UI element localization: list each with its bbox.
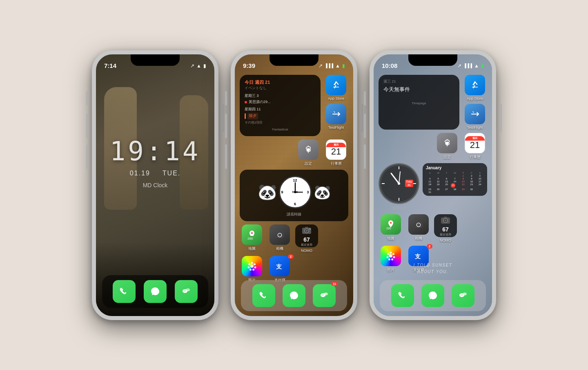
svg-point-42	[398, 182, 400, 185]
svg-point-59	[387, 256, 389, 258]
alipay-icon-label-2[interactable]: 支 2 支付寶	[267, 256, 292, 283]
power-button-2[interactable]	[361, 103, 363, 132]
nomo-widget-2[interactable]: 67 最近使用 NOMO	[295, 224, 318, 253]
svg-point-18	[306, 230, 308, 232]
analog-clock-widget[interactable]: THU21 謎底時鐘	[379, 163, 419, 211]
power-button-1[interactable]	[222, 103, 224, 132]
testflight-icon-2[interactable]	[326, 104, 346, 124]
clock-hands-2	[280, 177, 310, 207]
dock-phone-3[interactable]	[391, 284, 414, 307]
signal-icon-2: ▐▐▐	[325, 63, 333, 68]
maps-icon-3[interactable]: 280	[381, 214, 401, 235]
maps-icon-label-3[interactable]: 280 地圖	[379, 214, 403, 242]
photos-icon-label-2[interactable]: 照片	[240, 256, 264, 283]
dock-phone-2[interactable]	[252, 284, 275, 307]
testflight-icon-3[interactable]	[465, 104, 485, 124]
appstore-icon-label-2[interactable]: App Store	[324, 75, 348, 101]
camera-icon-label-3[interactable]: 相機	[406, 214, 431, 242]
dock-wechat-1[interactable]	[175, 280, 198, 303]
fantastical-widget[interactable]: 今日 週四 21 イベントなし 星期三 3 黃思源の29... 星期四 11	[240, 75, 321, 136]
svg-point-3	[186, 288, 190, 291]
timepage-event: 今天無事件	[383, 86, 454, 93]
svg-point-56	[393, 256, 395, 258]
volume-down-1[interactable]	[86, 144, 88, 169]
nomo-widget-3[interactable]: 67 最近使用 NOMO	[434, 214, 457, 242]
dock-messages-3[interactable]	[421, 284, 444, 307]
settings-icon-label-3[interactable]: 設定	[435, 133, 459, 160]
volume-up-2[interactable]	[225, 114, 227, 138]
calendar-icon-label-3[interactable]: 週四 21 行事曆	[463, 133, 487, 160]
clock-face-2: 12 3 6 9 Midi	[279, 176, 312, 209]
settings-icon-2[interactable]	[298, 139, 318, 160]
dock-messages-2[interactable]	[283, 284, 305, 307]
settings-icon-label-2[interactable]: 設定	[296, 139, 321, 166]
settings-icon-3[interactable]	[437, 133, 457, 153]
appstore-icon-3[interactable]	[465, 75, 485, 95]
svg-point-32	[323, 294, 324, 295]
mysterio-label-2: 謎底時鐘	[245, 212, 343, 217]
calendar-icon-2[interactable]: 週四 21	[326, 139, 346, 160]
location-icon-2: ↗	[318, 63, 323, 69]
calendar-icon-label-2[interactable]: 週四 21 行事曆	[324, 139, 348, 166]
power-button-3[interactable]	[500, 103, 502, 132]
dock-messages-1[interactable]	[144, 280, 167, 303]
appstore-icon-2[interactable]	[326, 75, 346, 95]
mute-button-3[interactable]	[364, 91, 366, 105]
timepage-widget[interactable]: 週三 21 今天無事件 Timepage	[379, 75, 459, 130]
phone-2: 9:39 ↗ ▐▐▐ ▲ ▮ 今日 週四 21 イベントなし 星期三 3	[231, 50, 357, 320]
calendar-day-2: 21	[331, 147, 341, 156]
camera-icon-3[interactable]	[408, 214, 429, 235]
wechat-badge-2: 11	[331, 282, 338, 286]
svg-point-23	[254, 263, 256, 265]
bottom-quote-3: I TOLD SUNSET ABOUT YOU.	[374, 262, 492, 275]
calendar-icon-3[interactable]: 週四 21	[465, 133, 485, 153]
month-calendar-widget[interactable]: January SMTWTFS 123 45678910 11121314151…	[423, 163, 487, 196]
maps-icon-2[interactable]: 280	[242, 224, 262, 245]
svg-text:支: 支	[414, 253, 421, 260]
testflight-icon-label-3[interactable]: TestFlight	[463, 104, 487, 130]
home-content-2: 今日 週四 21 イベントなし 星期三 3 黃思源の29... 星期四 11	[235, 54, 353, 316]
volume-up-1[interactable]	[86, 114, 88, 138]
status-icons-3: ↗ ▐▐▐ ▲ ▮	[457, 63, 484, 69]
dock-wechat-3[interactable]	[452, 284, 474, 307]
volume-down-3[interactable]	[364, 144, 366, 169]
lock-date-day: TUE.	[163, 170, 180, 177]
nomo-widget-inner-2[interactable]: 67 最近使用	[295, 224, 318, 247]
mute-button-1[interactable]	[86, 91, 88, 105]
mute-button-2[interactable]	[225, 91, 227, 105]
home-row-1-phone3: 週三 21 今天無事件 Timepage App Store	[379, 75, 487, 130]
fantastical-event-label: イベントなし	[245, 85, 316, 91]
svg-point-43	[390, 222, 392, 224]
svg-point-64	[462, 294, 463, 295]
maps-icon-label-2[interactable]: 280 地圖	[240, 224, 264, 253]
nomo-widget-inner-3[interactable]: 67 最近使用	[434, 214, 457, 237]
svg-point-31	[322, 294, 323, 295]
maps-label-3: 地圖	[387, 236, 394, 241]
nomo-label-2: NOMO	[301, 249, 312, 253]
volume-down-2[interactable]	[225, 144, 227, 169]
phone-2-frame: 9:39 ↗ ▐▐▐ ▲ ▮ 今日 週四 21 イベントなし 星期三 3	[231, 50, 357, 320]
testflight-icon-label-2[interactable]: TestFlight	[324, 104, 348, 130]
status-time-3: 10:08	[382, 62, 397, 69]
svg-point-4	[187, 289, 188, 290]
appstore-icon-label-3[interactable]: App Store	[463, 75, 487, 101]
camera-icon-label-2[interactable]: 相機	[267, 224, 292, 253]
clock-calendar-row: THU21 謎底時鐘 January SMTWTFS 123 45678910 …	[379, 163, 487, 211]
alipay-icon-2[interactable]: 支	[270, 256, 290, 276]
nomo-sublabel-2: 最近使用	[301, 243, 312, 247]
appstore-label-2: App Store	[328, 96, 344, 101]
lock-date: 01.19 TUE.	[96, 170, 214, 177]
photos-icon-2[interactable]	[242, 256, 262, 276]
appstore-label-3: App Store	[467, 96, 483, 101]
svg-point-65	[463, 292, 467, 295]
volume-up-3[interactable]	[364, 114, 366, 138]
phone-1-frame: 7:14 ↗ ▲ ▮ 19:14 01.19 TUE. MD Clock	[92, 50, 218, 320]
fantastical-more: その他1項目	[245, 120, 316, 125]
dock-wechat-2[interactable]: 11	[313, 284, 336, 307]
dock-phone-1[interactable]	[113, 280, 136, 303]
svg-text:280: 280	[386, 227, 391, 230]
notch-2	[270, 54, 318, 66]
event-bar	[245, 113, 246, 119]
camera-icon-2[interactable]	[270, 224, 290, 245]
mysterio-widget-2[interactable]: 🐼 12 3 6 9 Midi	[240, 170, 348, 221]
